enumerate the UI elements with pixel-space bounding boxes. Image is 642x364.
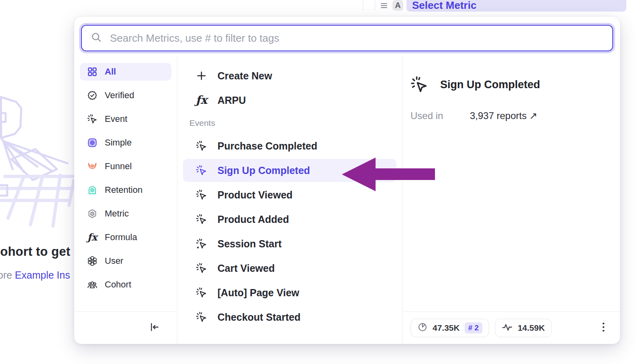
sidebar-item-cohort[interactable]: Cohort bbox=[80, 276, 171, 293]
event-cursor-icon bbox=[195, 213, 208, 226]
select-metric-label: Select Metric bbox=[412, 0, 476, 10]
metric-select-dialog: All Verified Event Simple Funnel bbox=[74, 17, 620, 344]
event-item-label: Sign Up Completed bbox=[217, 165, 310, 176]
background-link-line: ore Example Ins bbox=[0, 269, 70, 281]
event-item-checkout-started[interactable]: Checkout Started bbox=[183, 305, 396, 329]
sidebar-item-label: Metric bbox=[105, 208, 129, 219]
sidebar-item-label: Retention bbox=[105, 185, 142, 195]
example-insights-link[interactable]: Example Ins bbox=[15, 269, 70, 281]
sidebar-footer bbox=[74, 311, 177, 344]
sidebar-item-retention[interactable]: Retention bbox=[80, 181, 171, 199]
sidebar-item-funnel[interactable]: Funnel bbox=[80, 158, 171, 175]
more-options-button[interactable] bbox=[601, 322, 605, 334]
event-item-product-viewed[interactable]: Product Viewed bbox=[183, 183, 396, 206]
sidebar-item-label: Event bbox=[105, 114, 127, 124]
sidebar-item-simple[interactable]: Simple bbox=[80, 134, 171, 152]
metric-item-arpu[interactable]: ƒx ARPU bbox=[183, 89, 396, 112]
series-a-badge: A bbox=[392, 0, 403, 11]
formula-fx-icon: ƒx bbox=[195, 94, 208, 107]
select-metric-button[interactable]: Select Metric bbox=[406, 0, 626, 12]
event-cursor-icon bbox=[195, 164, 208, 177]
sidebar-item-label: Simple bbox=[105, 138, 132, 148]
event-item-label: Session Start bbox=[217, 238, 282, 250]
user-cluster-icon bbox=[87, 256, 98, 266]
event-item-auto-page-view[interactable]: [Auto] Page View bbox=[183, 281, 396, 304]
collapse-icon bbox=[149, 322, 160, 334]
cohort-people-icon bbox=[87, 279, 98, 290]
event-item-label: Product Added bbox=[217, 214, 289, 225]
event-item-label: Product Viewed bbox=[217, 189, 293, 201]
event-item-product-added[interactable]: Product Added bbox=[183, 208, 396, 231]
search-icon bbox=[91, 32, 102, 44]
sidebar-item-all[interactable]: All bbox=[80, 63, 171, 81]
event-cursor-star-icon bbox=[195, 237, 208, 250]
retention-icon bbox=[87, 185, 98, 195]
event-cursor-icon bbox=[195, 188, 208, 201]
event-item-label: Purchase Completed bbox=[217, 140, 317, 152]
search-input[interactable] bbox=[109, 32, 603, 45]
link-prefix: ore bbox=[0, 269, 15, 281]
grid-icon bbox=[87, 67, 98, 77]
sidebar-item-metric[interactable]: Metric bbox=[80, 205, 171, 222]
create-new-label: Create New bbox=[217, 70, 272, 82]
pulse-icon bbox=[502, 322, 513, 335]
external-arrow-icon: ↗ bbox=[529, 110, 537, 121]
sidebar-item-label: Cohort bbox=[105, 279, 131, 290]
kebab-icon bbox=[601, 322, 605, 334]
sidebar-item-verified[interactable]: Verified bbox=[80, 87, 171, 104]
event-cursor-icon bbox=[195, 262, 208, 275]
stat-value: 47.35K bbox=[433, 323, 460, 333]
detail-footer: 47.35K # 2 14.59K bbox=[402, 311, 620, 344]
toolbar-divider bbox=[363, 0, 363, 10]
metric-list: Create New ƒx ARPU Events Purchase Compl… bbox=[177, 57, 402, 344]
event-item-label: Checkout Started bbox=[217, 311, 301, 323]
formula-fx-icon: ƒx bbox=[87, 232, 98, 243]
event-item-cart-viewed[interactable]: Cart Viewed bbox=[183, 257, 396, 280]
event-item-session-start[interactable]: Session Start bbox=[183, 232, 396, 255]
metric-hexagon-icon bbox=[87, 208, 98, 219]
background-wireframe-art bbox=[0, 85, 76, 229]
metric-toolbar: A Select Metric bbox=[357, 0, 642, 12]
rank-chip: # 2 bbox=[465, 322, 482, 334]
used-in-reports-link[interactable]: 3,937 reports ↗ bbox=[470, 110, 537, 121]
collapse-sidebar-button[interactable] bbox=[149, 322, 160, 334]
plus-icon bbox=[195, 69, 208, 82]
event-item-sign-up-completed[interactable]: Sign Up Completed bbox=[183, 159, 396, 182]
create-new-button[interactable]: Create New bbox=[183, 64, 396, 87]
search-bar bbox=[79, 23, 615, 53]
drag-handle-icon[interactable] bbox=[380, 2, 388, 11]
category-sidebar: All Verified Event Simple Funnel bbox=[74, 57, 177, 344]
sidebar-item-label: User bbox=[105, 256, 123, 266]
event-cursor-icon bbox=[410, 76, 428, 93]
event-item-label: Cart Viewed bbox=[217, 263, 275, 274]
sidebar-item-label: Funnel bbox=[105, 161, 132, 172]
events-section-header: Events bbox=[183, 113, 396, 133]
sidebar-item-user[interactable]: User bbox=[80, 252, 171, 270]
metric-detail-panel: Sign Up Completed Used in 3,937 reports … bbox=[402, 57, 620, 344]
detail-title: Sign Up Completed bbox=[440, 79, 540, 91]
stat-value: 14.59K bbox=[518, 323, 545, 333]
verified-badge-icon bbox=[87, 90, 98, 101]
simple-metric-icon bbox=[87, 138, 98, 148]
event-cursor-icon bbox=[87, 114, 98, 124]
sidebar-item-formula[interactable]: ƒx Formula bbox=[80, 229, 171, 246]
funnel-icon bbox=[87, 161, 98, 172]
metric-item-label: ARPU bbox=[217, 95, 246, 106]
sidebar-item-label: Formula bbox=[105, 232, 137, 243]
sidebar-item-label: All bbox=[105, 67, 116, 77]
event-cursor-icon bbox=[195, 311, 208, 324]
used-in-label: Used in bbox=[410, 110, 470, 121]
event-cursor-icon bbox=[195, 140, 208, 152]
stat-badge-activity[interactable]: 14.59K bbox=[495, 319, 552, 337]
sidebar-item-label: Verified bbox=[105, 90, 134, 101]
sidebar-item-event[interactable]: Event bbox=[80, 110, 171, 128]
event-item-label: [Auto] Page View bbox=[217, 287, 299, 299]
stat-badge-volume[interactable]: 47.35K # 2 bbox=[410, 319, 489, 337]
event-cursor-icon bbox=[195, 286, 208, 299]
event-item-purchase-completed[interactable]: Purchase Completed bbox=[183, 134, 396, 158]
background-heading: Cohort to get s bbox=[0, 245, 81, 259]
toolbar-divider bbox=[375, 0, 375, 10]
pie-chart-icon bbox=[417, 322, 428, 334]
